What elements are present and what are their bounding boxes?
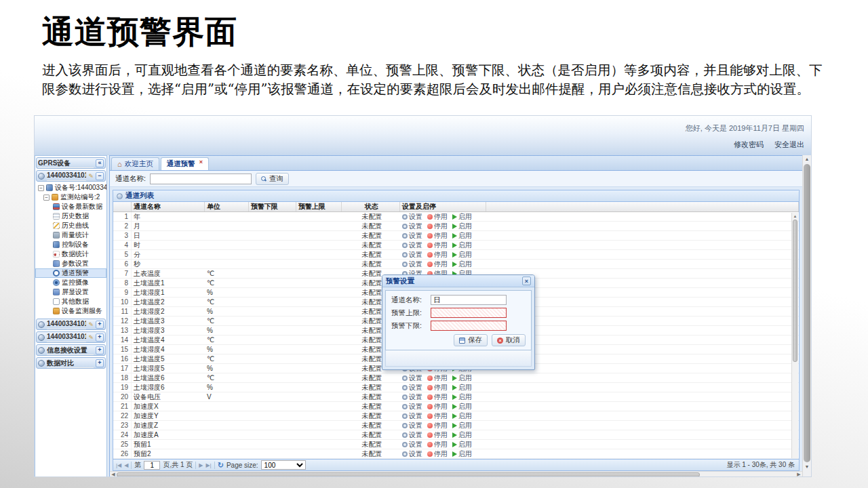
expander-icon[interactable]: −: [43, 195, 50, 201]
row-action-enable[interactable]: 启用: [452, 260, 472, 268]
row-action-disable[interactable]: 停用: [427, 449, 448, 458]
table-row[interactable]: 25 预留1 未配置 设置 停用 启用: [113, 440, 799, 449]
row-action-disable[interactable]: 停用: [427, 392, 448, 401]
horizontal-scrollbar[interactable]: ◀ ▶: [110, 471, 802, 477]
edit-pencil-icon[interactable]: ✎: [88, 173, 94, 180]
edit-pencil-icon[interactable]: ✎: [88, 334, 94, 341]
scroll-up-icon[interactable]: ▲: [803, 155, 811, 163]
grid-scroll-thumb[interactable]: [793, 220, 797, 362]
sidebar-tree-item[interactable]: 设备最新数据: [35, 202, 106, 211]
sidebar-tree-item[interactable]: 其他数据: [35, 297, 106, 306]
row-action-enable[interactable]: 启用: [452, 421, 472, 430]
row-action-configure[interactable]: 设置: [402, 402, 422, 411]
sidebar-tree-item[interactable]: 雨量统计: [35, 230, 106, 240]
row-action-disable[interactable]: 停用: [427, 373, 448, 382]
row-action-configure[interactable]: 设置: [402, 231, 422, 240]
row-action-enable[interactable]: 启用: [452, 222, 472, 230]
row-action-disable[interactable]: 停用: [427, 421, 448, 430]
row-action-configure[interactable]: 设置: [402, 212, 422, 221]
sidebar-group-collapsed[interactable]: 信息接收设置 ✎ +: [36, 344, 106, 356]
refresh-icon[interactable]: ↻: [218, 461, 224, 470]
row-action-enable[interactable]: 启用: [452, 440, 472, 449]
row-action-disable[interactable]: 停用: [427, 260, 448, 268]
row-action-disable[interactable]: 停用: [427, 222, 448, 230]
row-action-configure[interactable]: 设置: [402, 250, 422, 259]
tab-close-icon[interactable]: ×: [199, 159, 203, 165]
sidebar-tree-item[interactable]: 监控摄像: [35, 278, 106, 287]
sidebar-tree-item[interactable]: 控制设备: [35, 240, 106, 249]
prev-page-button[interactable]: ◀: [124, 462, 128, 468]
row-action-configure[interactable]: 设置: [402, 222, 422, 230]
sidebar-group-collapsed[interactable]: 数据对比 ✎ +: [36, 357, 106, 369]
row-action-enable[interactable]: 启用: [452, 449, 472, 458]
change-password-link[interactable]: 修改密码: [734, 140, 764, 150]
sidebar-tree-item[interactable]: 设备监测服务: [35, 306, 106, 316]
sidebar-group-collapsed[interactable]: 1440033410114 ✎ +: [36, 319, 106, 330]
row-action-enable[interactable]: 启用: [452, 430, 472, 439]
row-action-enable[interactable]: 启用: [452, 250, 472, 259]
row-action-configure[interactable]: 设置: [402, 421, 422, 430]
page-size-select[interactable]: 100: [261, 460, 306, 470]
table-row[interactable]: 26 预留2 未配置 设置 停用 启用: [113, 449, 799, 459]
col-lower[interactable]: 预警下限: [249, 202, 296, 211]
table-row[interactable]: 4 时 未配置 设置 停用 启用: [113, 241, 799, 250]
dialog-title-bar[interactable]: 预警设置 ×: [382, 275, 534, 287]
sidebar-tree-item[interactable]: 参数设置: [35, 259, 106, 268]
row-action-configure[interactable]: 设置: [402, 392, 422, 401]
table-row[interactable]: 3 日 未配置 设置 停用 启用: [113, 231, 799, 241]
expand-group-button[interactable]: +: [96, 359, 104, 367]
row-action-disable[interactable]: 停用: [427, 383, 448, 392]
row-action-configure[interactable]: 设置: [402, 411, 422, 420]
scroll-left-icon[interactable]: ◀: [110, 472, 117, 477]
table-row[interactable]: 1 年 未配置 设置 停用 启用: [113, 212, 799, 222]
table-row[interactable]: 18 土壤温度6 ℃ 未配置 设置 停用 启用: [113, 373, 799, 383]
row-action-enable[interactable]: 启用: [452, 392, 472, 401]
col-status[interactable]: 状态: [342, 202, 400, 211]
channel-name-field[interactable]: [431, 295, 507, 305]
row-action-disable[interactable]: 停用: [427, 430, 448, 439]
col-upper[interactable]: 预警上限: [296, 202, 342, 211]
table-row[interactable]: 21 加速度X 未配置 设置 停用 启用: [113, 402, 799, 411]
search-button[interactable]: 查询: [256, 173, 289, 185]
row-action-enable[interactable]: 启用: [452, 373, 472, 382]
table-row[interactable]: 22 加速度Y 未配置 设置 停用 启用: [113, 411, 799, 421]
row-action-enable[interactable]: 启用: [452, 241, 472, 249]
row-action-configure[interactable]: 设置: [402, 260, 422, 268]
sidebar-group-collapsed[interactable]: 1440033410182 ✎ +: [36, 331, 106, 343]
row-action-configure[interactable]: 设置: [402, 440, 422, 449]
table-row[interactable]: 20 设备电压 V 未配置 设置 停用 启用: [113, 392, 799, 402]
upper-limit-field[interactable]: [431, 308, 507, 318]
first-page-button[interactable]: |◀: [116, 462, 121, 468]
table-row[interactable]: 5 分 未配置 设置 停用 启用: [113, 250, 799, 260]
sidebar-header-gprs[interactable]: GPRS设备 «: [36, 157, 106, 169]
sidebar-tree-item[interactable]: 屏显设置: [35, 287, 106, 297]
page-vertical-scrollbar[interactable]: ▲ ▼: [802, 155, 811, 477]
device-group-expanded[interactable]: 1440033410107 ✎ −: [36, 170, 106, 182]
scroll-right-icon[interactable]: ▶: [795, 472, 802, 477]
table-row[interactable]: 6 秒 未配置 设置 停用 启用: [113, 260, 799, 269]
col-unit[interactable]: 单位: [205, 202, 249, 211]
sidebar-tree-item[interactable]: 历史数据: [35, 211, 106, 221]
col-actions[interactable]: 设置及启停: [400, 202, 486, 211]
row-action-enable[interactable]: 启用: [452, 402, 472, 411]
lower-limit-field[interactable]: [431, 321, 507, 331]
row-action-disable[interactable]: 停用: [427, 212, 448, 221]
close-icon[interactable]: ×: [522, 277, 531, 285]
tab-channel-warning[interactable]: 通道预警 ×: [161, 157, 209, 170]
scroll-up-icon[interactable]: ▲: [792, 213, 798, 220]
grid-vertical-scrollbar[interactable]: ▲: [791, 213, 798, 458]
row-action-enable[interactable]: 启用: [452, 212, 472, 221]
table-row[interactable]: 2 月 未配置 设置 停用 启用: [113, 222, 799, 231]
save-button[interactable]: 保存: [454, 334, 488, 346]
sidebar-tree-item[interactable]: 历史曲线: [35, 221, 106, 230]
tree-node-device[interactable]: − 设备号:1440033410107: [35, 183, 106, 192]
table-row[interactable]: 19 土壤湿度6 % 未配置 设置 停用 启用: [113, 383, 799, 392]
next-page-button[interactable]: ▶: [199, 462, 203, 468]
row-action-configure[interactable]: 设置: [402, 449, 422, 458]
table-row[interactable]: 23 加速度Z 未配置 设置 停用 启用: [113, 421, 799, 430]
expand-group-button[interactable]: +: [96, 333, 104, 342]
table-row[interactable]: 24 加速度A 未配置 设置 停用 启用: [113, 430, 799, 440]
tree-node-station[interactable]: − 监测站编号:2: [35, 192, 106, 202]
page-scroll-thumb[interactable]: [804, 164, 810, 462]
row-action-enable[interactable]: 启用: [452, 411, 472, 420]
